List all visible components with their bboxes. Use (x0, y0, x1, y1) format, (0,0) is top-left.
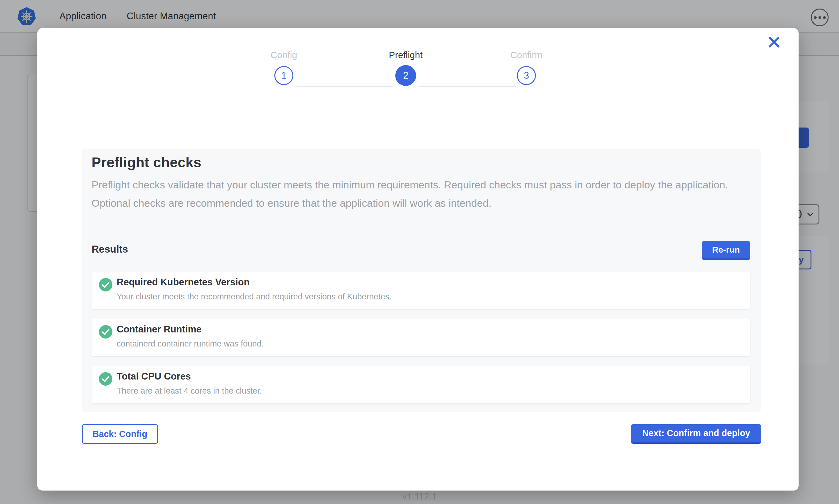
preflight-modal: Config 1 Preflight 2 Confirm 3 Preflight… (37, 28, 799, 490)
check-detail: There are at least 4 cores in the cluste… (117, 386, 262, 396)
step-confirm-label: Confirm (486, 49, 566, 61)
step-config-circle[interactable]: 1 (274, 66, 293, 85)
step-preflight: Preflight 2 (366, 49, 446, 86)
check-title: Required Kubernetes Version (117, 277, 250, 288)
preflight-panel: Preflight checks Preflight checks valida… (82, 149, 761, 412)
check-detail: containerd container runtime was found. (117, 339, 264, 349)
check-row-container-runtime: Container Runtime containerd container r… (91, 319, 750, 356)
step-config-label: Config (244, 49, 324, 61)
back-config-button[interactable]: Back: Config (82, 424, 158, 444)
rerun-button[interactable]: Re-run (702, 241, 750, 260)
check-detail: Your cluster meets the recommended and r… (117, 292, 392, 302)
step-config: Config 1 (244, 49, 324, 85)
stepper-connector (296, 86, 394, 87)
stepper-connector (419, 86, 516, 87)
screen: Application Cluster Management 0 y v1.11… (0, 0, 839, 504)
step-confirm: Confirm 3 (486, 49, 566, 85)
results-heading: Results (91, 244, 128, 255)
check-row-kubernetes-version: Required Kubernetes Version Your cluster… (91, 272, 750, 309)
results-header-row: Results Re-run (91, 241, 750, 260)
panel-title: Preflight checks (91, 154, 202, 170)
check-circle-icon (99, 325, 113, 339)
check-title: Container Runtime (117, 324, 202, 335)
panel-description: Preflight checks validate that your clus… (91, 176, 741, 212)
step-preflight-circle[interactable]: 2 (395, 65, 416, 86)
step-preflight-label: Preflight (366, 49, 446, 61)
next-confirm-deploy-button[interactable]: Next: Confirm and deploy (631, 424, 761, 444)
step-confirm-circle[interactable]: 3 (517, 66, 536, 85)
check-circle-icon (99, 372, 113, 386)
close-icon[interactable] (767, 35, 781, 49)
check-row-total-cpu-cores: Total CPU Cores There are at least 4 cor… (91, 366, 750, 403)
check-title: Total CPU Cores (117, 371, 191, 382)
check-circle-icon (99, 278, 113, 291)
